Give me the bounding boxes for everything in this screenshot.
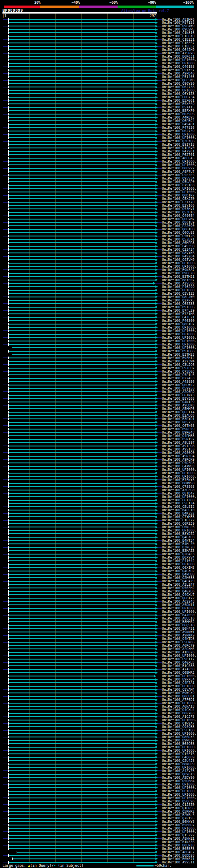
subject-label[interactable]: UniRef100_Q7SE03 [162, 485, 197, 488]
subject-label[interactable]: UniRef100_Q8TD47 [162, 492, 197, 495]
alignment-bar[interactable] [9, 168, 156, 169]
alignment-bar[interactable] [9, 753, 156, 754]
subject-label[interactable]: UniRef100_B0KWS0 [162, 482, 197, 485]
alignment-bar[interactable] [9, 655, 156, 656]
alignment-bar[interactable] [9, 432, 156, 433]
alignment-bar[interactable] [9, 473, 156, 473]
alignment-bar[interactable] [9, 320, 156, 321]
alignment-bar[interactable] [9, 361, 156, 362]
alignment-bar[interactable] [9, 195, 156, 196]
alignment-bar[interactable] [9, 290, 156, 291]
alignment-bar[interactable] [9, 611, 156, 612]
alignment-row[interactable]: UniRef100_Q4PMB3 [0, 434, 197, 438]
alignment-bar[interactable] [9, 405, 156, 406]
alignment-bar[interactable] [9, 588, 156, 588]
alignment-bar[interactable] [9, 327, 156, 328]
alignment-bar[interactable] [9, 516, 156, 517]
alignment-bar[interactable] [9, 486, 156, 487]
alignment-bar[interactable] [9, 706, 156, 707]
alignment-bar[interactable] [9, 398, 156, 399]
alignment-bar[interactable] [9, 429, 156, 430]
alignment-bar[interactable] [9, 127, 156, 128]
alignment-bar[interactable] [9, 757, 156, 758]
alignment-bar[interactable] [9, 740, 156, 741]
alignment-bar[interactable] [9, 638, 156, 639]
alignment-bar[interactable] [9, 662, 156, 663]
alignment-bar[interactable] [9, 148, 156, 148]
alignment-bar[interactable] [9, 574, 156, 575]
alignment-bar[interactable] [9, 767, 156, 768]
alignment-bar[interactable] [9, 743, 156, 744]
alignment-bar[interactable] [9, 669, 156, 670]
alignment-bar[interactable] [9, 550, 156, 551]
alignment-bar[interactable] [9, 262, 156, 264]
alignment-bar[interactable] [9, 381, 156, 382]
alignment-row[interactable]: UniRef100_Q8TD47 [0, 492, 197, 495]
subject-label[interactable]: UniRef100_A9S0Q0 [162, 451, 197, 455]
alignment-bar[interactable] [9, 672, 156, 673]
alignment-bar[interactable] [9, 59, 156, 60]
alignment-bar[interactable] [9, 506, 156, 507]
alignment-bar[interactable] [9, 456, 156, 457]
alignment-bar[interactable] [9, 114, 156, 115]
alignment-bar[interactable] [9, 185, 156, 186]
alignment-bar[interactable] [9, 232, 156, 233]
alignment-bar[interactable] [9, 42, 156, 43]
subject-label[interactable]: UniRef100_A9RCK9 [162, 458, 197, 461]
alignment-bar[interactable] [12, 354, 156, 355]
alignment-bar[interactable] [9, 358, 156, 359]
alignment-bar[interactable] [9, 533, 156, 534]
alignment-bar[interactable] [9, 307, 156, 308]
alignment-bar[interactable] [9, 141, 156, 142]
alignment-bar[interactable] [9, 117, 156, 118]
alignment-bar[interactable] [9, 581, 156, 582]
alignment-bar[interactable] [9, 604, 156, 606]
alignment-bar[interactable] [9, 171, 156, 172]
alignment-bar[interactable] [9, 760, 156, 761]
alignment-bar[interactable] [9, 293, 156, 294]
alignment-bar[interactable] [9, 103, 156, 104]
alignment-bar[interactable] [9, 737, 156, 738]
alignment-bar[interactable] [9, 686, 156, 687]
alignment-row[interactable]: UniRef100_A9TPQ8 [0, 444, 197, 448]
alignment-bar[interactable] [9, 845, 156, 846]
alignment-bar[interactable] [9, 384, 156, 385]
alignment-bar[interactable] [9, 100, 156, 101]
alignment-bar[interactable] [9, 598, 156, 598]
alignment-bar[interactable] [9, 158, 156, 159]
alignment-bar[interactable] [9, 229, 156, 230]
alignment-bar[interactable] [9, 564, 156, 565]
alignment-bar[interactable] [9, 500, 156, 501]
alignment-bar[interactable] [9, 137, 156, 138]
alignment-bar[interactable] [9, 463, 156, 463]
alignment-row[interactable]: UniRef100_A9RZU4 [0, 455, 197, 458]
alignment-bar[interactable] [9, 570, 156, 571]
alignment-bar[interactable] [9, 577, 156, 578]
alignment-bar[interactable] [9, 124, 156, 125]
alignment-bar[interactable] [9, 780, 156, 781]
alignment-bar[interactable] [9, 855, 156, 856]
alignment-bar[interactable] [9, 344, 156, 345]
alignment-bar[interactable] [9, 483, 156, 484]
alignment-bar[interactable] [9, 520, 156, 521]
alignment-row[interactable]: UniRef100_B0KWS0 [0, 482, 197, 485]
alignment-bar[interactable] [9, 39, 156, 40]
alignment-bar[interactable] [9, 212, 156, 213]
alignment-bar[interactable] [9, 188, 156, 189]
alignment-bar[interactable] [9, 594, 156, 595]
alignment-bar[interactable] [9, 178, 156, 179]
alignment-bar[interactable] [9, 503, 156, 504]
alignment-bar[interactable] [9, 225, 156, 226]
alignment-bar[interactable] [9, 110, 156, 111]
alignment-bar[interactable] [9, 439, 156, 440]
alignment-bar[interactable] [9, 161, 156, 162]
alignment-bar[interactable] [9, 625, 156, 626]
alignment-bar[interactable] [9, 750, 156, 751]
alignment-bar[interactable] [9, 730, 156, 731]
alignment-bar[interactable] [9, 425, 156, 426]
alignment-bar[interactable] [9, 665, 156, 666]
alignment-bar[interactable] [9, 53, 156, 54]
alignment-bar[interactable] [9, 175, 156, 176]
alignment-bar[interactable] [9, 70, 156, 70]
alignment-bar[interactable] [9, 402, 156, 402]
